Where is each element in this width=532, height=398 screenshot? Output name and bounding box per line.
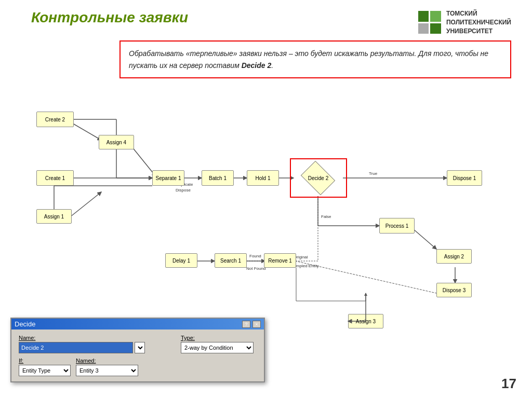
dialog-name-label: Name: bbox=[19, 335, 170, 341]
dialog-type-field: Type: 2-way by Condition bbox=[181, 335, 257, 353]
node-create1[interactable]: Create 1 bbox=[36, 170, 74, 186]
dialog-title: Decide bbox=[15, 320, 35, 328]
svg-line-0 bbox=[70, 122, 101, 140]
dialog-type-label: Type: bbox=[181, 335, 257, 341]
dialog-name-type-row: Name: Type: 2-way by Condition bbox=[19, 335, 257, 353]
dialog-if-label: If: bbox=[19, 358, 71, 364]
svg-text:False: False bbox=[321, 214, 331, 219]
dialog-help-button[interactable]: ? bbox=[242, 321, 250, 328]
svg-text:Found: Found bbox=[249, 254, 261, 258]
logo-sq-1 bbox=[418, 11, 429, 22]
page-number: 17 bbox=[501, 376, 516, 392]
dialog-type-select[interactable]: 2-way by Condition bbox=[181, 342, 254, 353]
logo-sq-4 bbox=[430, 23, 441, 34]
decide2-highlight bbox=[290, 158, 347, 198]
node-search1[interactable]: Search 1 bbox=[215, 253, 247, 268]
dialog-name-select[interactable] bbox=[135, 342, 145, 353]
decide-dialog[interactable]: Decide ? × Name: Type: 2-way by Conditio… bbox=[10, 318, 265, 382]
dialog-named-field: Named: Entity 3 bbox=[76, 358, 138, 376]
node-delay1[interactable]: Delay 1 bbox=[165, 253, 197, 268]
node-assign2[interactable]: Assign 2 bbox=[436, 249, 472, 264]
node-batch1[interactable]: Batch 1 bbox=[202, 170, 234, 186]
dialog-close-button[interactable]: × bbox=[252, 321, 261, 328]
node-assign4[interactable]: Assign 4 bbox=[99, 135, 134, 149]
dialog-named-label: Named: bbox=[76, 358, 138, 364]
dialog-if-select[interactable]: Entity Type bbox=[19, 365, 71, 376]
logo-text: ТОМСКИЙПОЛИТЕХНИЧЕСКИЙУНИВЕРСИТЕТ bbox=[446, 9, 511, 35]
svg-text:Not Found: Not Found bbox=[246, 266, 265, 271]
node-hold1[interactable]: Hold 1 bbox=[247, 170, 279, 186]
logo-area: ТОМСКИЙПОЛИТЕХНИЧЕСКИЙУНИВЕРСИТЕТ bbox=[418, 9, 511, 35]
logo-sq-2 bbox=[430, 11, 441, 22]
node-process1[interactable]: Process 1 bbox=[379, 218, 415, 234]
logo-sq-3 bbox=[418, 23, 429, 34]
dialog-name-input[interactable] bbox=[19, 342, 133, 353]
logo-icon bbox=[418, 11, 441, 34]
svg-line-3 bbox=[70, 192, 101, 217]
node-create2[interactable]: Create 2 bbox=[36, 112, 74, 127]
dialog-titlebar: Decide ? × bbox=[11, 319, 264, 330]
page-title: Контрольные заявки bbox=[31, 9, 188, 26]
dialog-content: Name: Type: 2-way by Condition If: Entit… bbox=[11, 330, 264, 381]
node-separate1[interactable]: Separate 1 bbox=[152, 170, 184, 186]
node-dispose3[interactable]: Dispose 3 bbox=[436, 283, 472, 297]
dialog-titlebar-controls: ? × bbox=[242, 321, 261, 328]
node-assign3[interactable]: Assign 3 bbox=[348, 314, 383, 328]
header: Контрольные заявки ТОМСКИЙПОЛИТЕХНИЧЕСКИ… bbox=[0, 0, 532, 40]
svg-text:True: True bbox=[369, 171, 378, 176]
dialog-name-field: Name: bbox=[19, 335, 170, 353]
node-dispose1[interactable]: Dispose 1 bbox=[447, 170, 482, 186]
dialog-named-select[interactable]: Entity 3 bbox=[76, 365, 138, 376]
svg-text:Dispose: Dispose bbox=[176, 188, 191, 193]
info-text: Обрабатывать «терпеливые» заявки нельзя … bbox=[129, 49, 488, 69]
dialog-if-named-row: If: Entity Type Named: Entity 3 bbox=[19, 358, 257, 376]
node-assign1[interactable]: Assign 1 bbox=[36, 209, 72, 224]
node-remove1[interactable]: Remove 1 bbox=[264, 253, 296, 268]
dialog-if-field: If: Entity Type bbox=[19, 358, 71, 376]
